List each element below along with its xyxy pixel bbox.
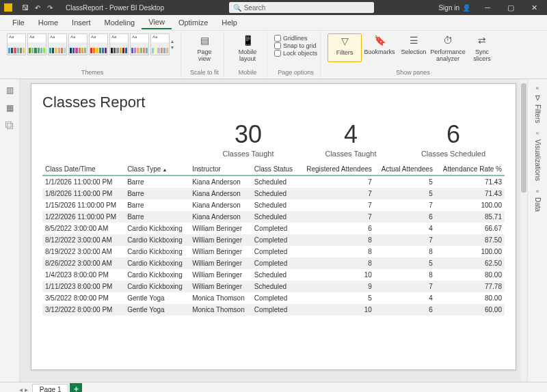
table-cell: 5: [375, 176, 436, 188]
column-header[interactable]: Class Date/Time: [42, 163, 124, 176]
menu-view[interactable]: View: [142, 16, 172, 29]
table-cell: 1/4/2023 8:00:00 PM: [42, 269, 124, 281]
undo-icon[interactable]: ↶: [33, 3, 42, 12]
table-row[interactable]: 1/15/2026 11:00:00 PMBarreKiana Anderson…: [42, 199, 505, 211]
mobile-icon: 📱: [241, 33, 254, 47]
table-row[interactable]: 1/8/2026 11:00:00 PMBarreKiana AndersonS…: [42, 188, 505, 199]
column-header[interactable]: Registered Attendees: [299, 163, 375, 176]
visualizations-pane-collapsed[interactable]: «Visualizations: [534, 130, 542, 181]
table-cell: Gentle Yoga: [124, 292, 189, 304]
sign-in-button[interactable]: Sign in👤: [438, 4, 470, 12]
snap-checkbox[interactable]: Snap to grid: [274, 42, 317, 49]
data-table[interactable]: Class Date/TimeClass Type▲InstructorClas…: [42, 163, 505, 316]
user-icon: 👤: [462, 4, 470, 12]
kpi-card[interactable]: 30Classes Taught: [204, 122, 293, 158]
performance-icon: ⏱: [441, 33, 455, 47]
table-cell: 5: [375, 188, 436, 199]
chevron-left-icon: «: [536, 188, 539, 195]
table-cell: Scheduled: [252, 199, 299, 211]
table-cell: William Beringer: [189, 257, 252, 269]
table-cell: 7: [299, 211, 375, 223]
search-icon: 🔍: [233, 4, 241, 12]
table-cell: Monica Thomson: [189, 304, 252, 316]
vertical-scrollbar[interactable]: [520, 79, 527, 382]
lock-checkbox[interactable]: Lock objects: [274, 50, 317, 57]
gridlines-checkbox[interactable]: Gridlines: [274, 35, 317, 42]
table-cell: Scheduled: [252, 281, 299, 292]
kpi-card[interactable]: 6Classes Scheduled: [409, 122, 498, 158]
filters-pane-button[interactable]: ▽Filters: [328, 33, 362, 62]
table-row[interactable]: 1/1/2026 11:00:00 PMBarreKiana AndersonS…: [42, 176, 505, 188]
table-cell: 71.43: [436, 176, 505, 188]
table-cell: 7: [375, 281, 436, 292]
table-cell: 100.00: [436, 199, 505, 211]
table-view-icon[interactable]: ▦: [4, 102, 15, 113]
report-canvas[interactable]: Classes Report 30Classes Taught4Classes …: [31, 83, 516, 370]
table-cell: 8/19/2022 3:00:00 AM: [42, 246, 124, 257]
minimize-button[interactable]: ─: [477, 0, 498, 15]
page-tabs: ◂ ▸ Page 1 +: [0, 382, 547, 392]
performance-analyzer-button[interactable]: ⏱Performance analyzer: [431, 33, 464, 62]
menu-modeling[interactable]: Modeling: [98, 16, 142, 29]
menu-insert[interactable]: Insert: [65, 16, 98, 29]
table-row[interactable]: 8/5/2022 3:00:00 AMCardio KickboxingWill…: [42, 223, 505, 234]
menu-home[interactable]: Home: [31, 16, 65, 29]
funnel-icon: ∇: [535, 94, 540, 102]
table-cell: Barre: [124, 211, 189, 223]
kpi-card[interactable]: 4Classes Taught: [306, 122, 395, 158]
page-tab-1[interactable]: Page 1: [32, 384, 69, 393]
kpi-label: Classes Taught: [204, 150, 293, 158]
table-cell: Completed: [252, 257, 299, 269]
table-row[interactable]: 8/19/2022 3:00:00 AMCardio KickboxingWil…: [42, 246, 505, 257]
table-cell: 80.00: [436, 292, 505, 304]
table-cell: Cardio Kickboxing: [124, 234, 189, 246]
data-pane-collapsed[interactable]: «Data: [534, 188, 542, 212]
menu-help[interactable]: Help: [215, 16, 244, 29]
column-header[interactable]: Class Type▲: [124, 163, 189, 176]
column-header[interactable]: Instructor: [189, 163, 252, 176]
save-icon[interactable]: 🖫: [21, 3, 30, 12]
table-row[interactable]: 3/5/2022 8:00:00 PMGentle YogaMonica Tho…: [42, 292, 505, 304]
table-row[interactable]: 8/26/2022 3:00:00 AMCardio KickboxingWil…: [42, 257, 505, 269]
table-cell: 6: [375, 211, 436, 223]
table-cell: 4: [375, 292, 436, 304]
bookmarks-pane-button[interactable]: 🔖Bookmarks: [363, 33, 396, 62]
menu-optimize[interactable]: Optimize: [172, 16, 215, 29]
mobile-layout-button[interactable]: 📱Mobile layout: [231, 33, 264, 62]
right-pane-rail: «∇Filters «Visualizations «Data: [527, 79, 547, 382]
column-header[interactable]: Actual Attendees: [375, 163, 436, 176]
table-row[interactable]: 1/22/2026 11:00:00 PMBarreKiana Anderson…: [42, 211, 505, 223]
add-page-button[interactable]: +: [70, 383, 82, 392]
table-cell: William Beringer: [189, 246, 252, 257]
sync-slicers-button[interactable]: ⇄Sync slicers: [466, 33, 498, 62]
column-header[interactable]: Attendance Rate %: [436, 163, 505, 176]
table-row[interactable]: 8/12/2022 3:00:00 AMCardio KickboxingWil…: [42, 234, 505, 246]
column-header[interactable]: Class Status: [252, 163, 299, 176]
maximize-button[interactable]: ▢: [501, 0, 521, 15]
selection-pane-button[interactable]: ☰Selection: [397, 33, 430, 62]
filters-pane-collapsed[interactable]: «∇Filters: [534, 85, 542, 123]
table-cell: 66.67: [436, 223, 505, 234]
themes-gallery[interactable]: ▴▾: [7, 33, 178, 55]
model-view-icon[interactable]: ⿻: [4, 120, 15, 131]
table-cell: 8: [299, 257, 375, 269]
menu-file[interactable]: File: [5, 16, 31, 29]
table-cell: Cardio Kickboxing: [124, 281, 189, 292]
page-view-button[interactable]: ▤Page view: [188, 33, 221, 62]
table-row[interactable]: 3/12/2022 8:00:00 PMGentle YogaMonica Th…: [42, 304, 505, 316]
table-cell: 7: [375, 199, 436, 211]
table-cell: 1/11/2023 8:00:00 PM: [42, 281, 124, 292]
table-cell: 6: [375, 304, 436, 316]
table-cell: 5: [375, 257, 436, 269]
redo-icon[interactable]: ↷: [45, 3, 55, 12]
table-row[interactable]: 1/11/2023 8:00:00 PMCardio KickboxingWil…: [42, 281, 505, 292]
table-cell: Kiana Anderson: [189, 211, 252, 223]
search-box[interactable]: 🔍 Search: [229, 2, 374, 13]
table-cell: 85.71: [436, 211, 505, 223]
tab-nav-arrows[interactable]: ◂ ▸: [19, 386, 28, 393]
themes-label: Themes: [81, 69, 104, 76]
report-view-icon[interactable]: ▥: [4, 85, 15, 96]
table-cell: Scheduled: [252, 269, 299, 281]
close-button[interactable]: ✕: [524, 0, 544, 15]
table-row[interactable]: 1/4/2023 8:00:00 PMCardio KickboxingWill…: [42, 269, 505, 281]
